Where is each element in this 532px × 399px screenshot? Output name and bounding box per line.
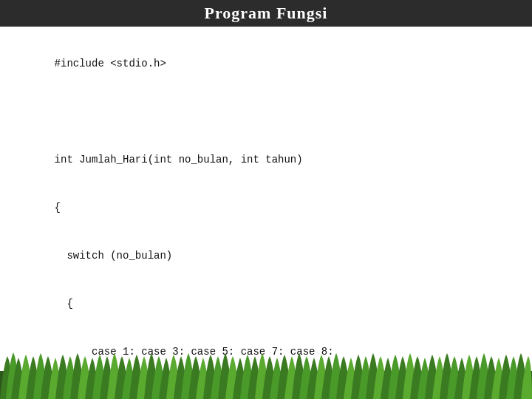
- code-block: #include <stdio.h> int Jumlah_Hari(int n…: [30, 40, 502, 399]
- code-line-3: int Jumlah_Hari(int no_bulan, int tahun): [55, 154, 303, 166]
- page-title: Program Fungsi: [205, 4, 328, 23]
- grass-decoration: [0, 349, 532, 399]
- content-area: #include <stdio.h> int Jumlah_Hari(int n…: [0, 27, 532, 352]
- code-line-6: {: [55, 298, 73, 310]
- code-line-4: {: [55, 202, 61, 214]
- code-line-5: switch (no_bulan): [55, 250, 173, 262]
- header-bar: Program Fungsi: [0, 0, 532, 27]
- code-line-1: #include <stdio.h>: [55, 58, 166, 69]
